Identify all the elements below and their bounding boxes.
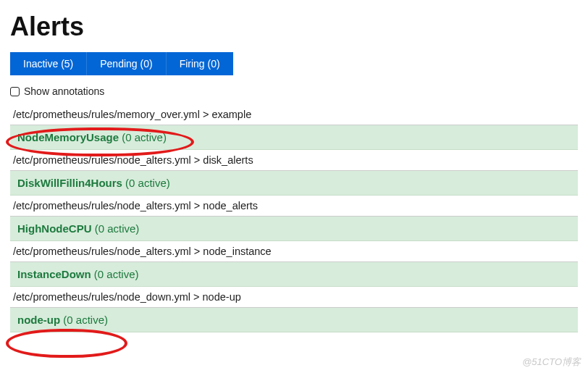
- alert-name: NodeMemoryUsage: [17, 131, 119, 143]
- show-annotations-label: Show annotations: [24, 85, 104, 97]
- alert-row[interactable]: DiskWillFillin4Hours (0 active): [10, 171, 578, 196]
- alert-row[interactable]: node-up (0 active): [10, 308, 578, 332]
- alert-name: HighNodeCPU: [17, 222, 92, 235]
- rule-group-header: /etc/prometheus/rules/node_alters.yml > …: [10, 196, 578, 217]
- tab-firing[interactable]: Firing (0): [166, 52, 233, 75]
- alert-active-count: (0 active): [125, 177, 170, 189]
- page-title: Alerts: [10, 12, 578, 42]
- show-annotations-toggle[interactable]: Show annotations: [10, 85, 578, 97]
- alert-row[interactable]: InstanceDown (0 active): [10, 262, 578, 287]
- alert-active-count: (0 active): [95, 222, 140, 235]
- rule-group-header: /etc/prometheus/rules/node_alters.yml > …: [10, 241, 578, 262]
- alert-row[interactable]: HighNodeCPU (0 active): [10, 217, 578, 241]
- alert-active-count: (0 active): [94, 268, 139, 280]
- rule-group-header: /etc/prometheus/rules/node_alters.yml > …: [10, 150, 578, 171]
- alert-name: node-up: [17, 314, 60, 326]
- checkbox-icon: [10, 87, 20, 96]
- alert-row[interactable]: NodeMemoryUsage (0 active): [10, 125, 578, 150]
- alert-active-count: (0 active): [63, 314, 108, 326]
- tab-inactive[interactable]: Inactive (5): [10, 52, 86, 75]
- watermark: @51CTO博客: [522, 356, 581, 369]
- tab-pending[interactable]: Pending (0): [86, 52, 165, 75]
- rule-group-header: /etc/prometheus/rules/memory_over.yml > …: [10, 104, 578, 125]
- alert-active-count: (0 active): [122, 131, 167, 143]
- rule-group-header: /etc/prometheus/rules/node_down.yml > no…: [10, 287, 578, 308]
- annotation-circle: [6, 329, 127, 358]
- alert-name: DiskWillFillin4Hours: [17, 177, 122, 189]
- alert-name: InstanceDown: [17, 268, 91, 280]
- status-tabs: Inactive (5) Pending (0) Firing (0): [10, 52, 578, 75]
